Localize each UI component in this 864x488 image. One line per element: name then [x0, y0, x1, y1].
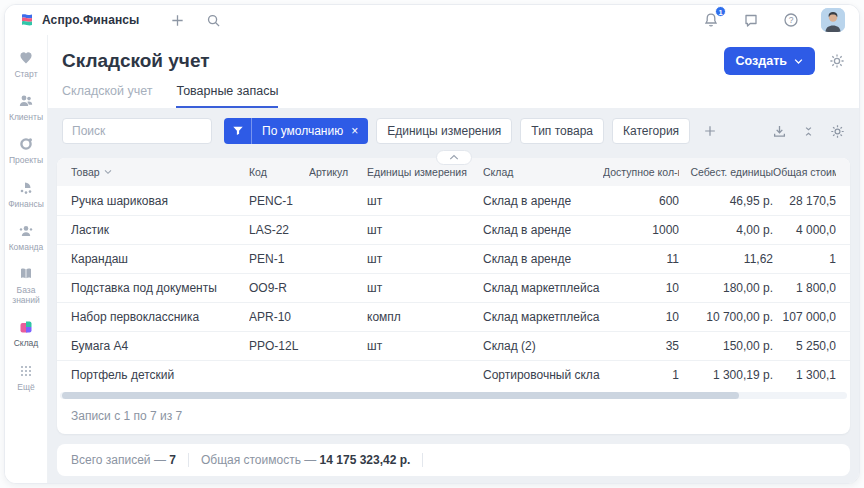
sidebar-item-more[interactable]: Ещё [5, 356, 47, 399]
finances-icon [18, 180, 34, 196]
column-header-units[interactable]: Единицы измерения [367, 166, 483, 178]
cell-unit-cost: 11,62 [679, 252, 773, 266]
chat-icon[interactable] [741, 10, 761, 30]
table-row[interactable]: Портфель детский Сортировочный скла 1 1 … [57, 360, 850, 389]
cell-code: OO9-R [249, 281, 309, 295]
cell-unit-cost: 10 700,00 р. [679, 310, 773, 324]
table-row[interactable]: Ластик LAS-22 шт Склад в аренде 1000 4,0… [57, 215, 850, 244]
sidebar-item-knowledge-base[interactable]: База знаний [5, 259, 47, 312]
filter-toolbar: По умолчанию × Единицы измерения Тип тов… [48, 108, 859, 144]
cell-code: PENC-1 [249, 194, 309, 208]
horizontal-scrollbar[interactable] [60, 392, 847, 399]
tab-bar: Складской учет Товарные запасы [62, 84, 845, 108]
projects-icon [18, 136, 34, 152]
cell-warehouse: Склад маркетплейса [483, 310, 603, 324]
more-grid-icon [18, 363, 34, 379]
summary-divider [422, 453, 423, 467]
cell-unit-cost: 150,00 р. [679, 339, 773, 353]
cell-warehouse: Склад (2) [483, 339, 603, 353]
cell-total-cost: 4 000,0 [773, 223, 836, 237]
cell-total-cost: 1 800,0 [773, 281, 836, 295]
total-records-value: 7 [169, 453, 176, 467]
table-row[interactable]: Ручка шариковая PENC-1 шт Склад в аренде… [57, 186, 850, 215]
quick-add-button[interactable] [167, 10, 187, 30]
page-settings-gear-icon[interactable] [829, 53, 845, 69]
column-header-product[interactable]: Товар [71, 166, 249, 178]
content-area: Складской учет Создать Складской учет [48, 35, 859, 483]
cell-product: Набор первоклассника [71, 310, 249, 324]
total-cost: Общая стоимость — 14 175 323,42 р. [201, 453, 410, 467]
records-info: Записи с 1 по 7 из 7 [57, 399, 850, 434]
tab-product-stocks[interactable]: Товарные запасы [176, 84, 278, 108]
table-body: Ручка шариковая PENC-1 шт Склад в аренде… [57, 186, 850, 389]
cell-total-cost: 1 [773, 252, 836, 266]
filter-button-product-type[interactable]: Тип товара [520, 118, 604, 144]
column-header-total-cost[interactable]: Общая стоим [773, 166, 836, 178]
cell-warehouse: Склад в аренде [483, 223, 603, 237]
cell-code: LAS-22 [249, 223, 309, 237]
cell-unit-cost: 180,00 р. [679, 281, 773, 295]
sidebar-item-finances[interactable]: Финансы [5, 173, 47, 216]
collapse-filters-pill[interactable] [436, 150, 472, 165]
sidebar-item-clients[interactable]: Клиенты [5, 86, 47, 129]
cell-unit: шт [367, 252, 483, 266]
search-input[interactable] [62, 118, 212, 144]
help-icon[interactable]: ? [781, 10, 801, 30]
cell-unit: шт [367, 281, 483, 295]
user-avatar[interactable] [821, 8, 845, 32]
column-header-code[interactable]: Код [249, 166, 309, 178]
table-row[interactable]: Бумага А4 PPO-12L шт Склад (2) 35 150,00… [57, 331, 850, 360]
cell-total-cost: 5 250,0 [773, 339, 836, 353]
summary-divider [188, 453, 189, 467]
sidebar-item-team[interactable]: Команда [5, 216, 47, 259]
cell-total-cost: 107 000,0 [773, 310, 836, 324]
table-row[interactable]: Подставка под документы OO9-R шт Склад м… [57, 273, 850, 302]
chevron-down-icon [794, 58, 803, 65]
filter-button-units[interactable]: Единицы измерения [376, 118, 512, 144]
cell-unit-cost: 46,95 р. [679, 194, 773, 208]
chevron-up-icon [449, 154, 459, 161]
collapse-rows-icon[interactable] [802, 125, 815, 138]
remove-filter-icon[interactable]: × [351, 125, 358, 137]
column-header-article[interactable]: Артикул [309, 166, 367, 178]
cell-unit-cost: 1 300,19 р. [679, 368, 773, 382]
cell-product: Ручка шариковая [71, 194, 249, 208]
tab-warehouse-accounting[interactable]: Складской учет [62, 84, 152, 108]
cell-product: Подставка под документы [71, 281, 249, 295]
team-icon [18, 223, 34, 239]
add-filter-icon[interactable] [698, 119, 722, 143]
filter-button-category[interactable]: Категория [612, 118, 690, 144]
sort-chevron-icon [104, 169, 112, 175]
cell-code: PPO-12L [249, 339, 309, 353]
export-download-icon[interactable] [772, 124, 787, 139]
column-header-unit-cost[interactable]: Себест. единицы [679, 166, 773, 178]
cell-available-qty: 11 [603, 252, 679, 266]
active-filter-chip[interactable]: По умолчанию × [224, 118, 368, 144]
top-bar: Аспро.Финансы 1 [5, 5, 859, 35]
cell-product: Карандаш [71, 252, 249, 266]
create-button[interactable]: Создать [724, 47, 815, 75]
notifications-button[interactable]: 1 [701, 10, 721, 30]
app-logo[interactable]: Аспро.Финансы [19, 12, 139, 28]
cell-product: Ластик [71, 223, 249, 237]
column-header-available-qty[interactable]: Доступное кол-во [603, 166, 679, 178]
clients-icon [18, 93, 34, 109]
cell-code: APR-10 [249, 310, 309, 324]
cell-unit-cost: 4,00 р. [679, 223, 773, 237]
cell-available-qty: 10 [603, 281, 679, 295]
cell-code: PEN-1 [249, 252, 309, 266]
table-row[interactable]: Карандаш PEN-1 шт Склад в аренде 11 11,6… [57, 244, 850, 273]
cell-unit: шт [367, 339, 483, 353]
scrollbar-thumb[interactable] [62, 392, 739, 399]
search-icon[interactable] [203, 10, 223, 30]
sidebar: Старт Клиенты Проекты Финансы [5, 35, 48, 483]
table-settings-gear-icon[interactable] [830, 124, 845, 139]
sidebar-item-projects[interactable]: Проекты [5, 129, 47, 172]
sidebar-item-start[interactable]: Старт [5, 43, 47, 86]
table-row[interactable]: Набор первоклассника APR-10 компл Склад … [57, 302, 850, 331]
stock-table-card: Товар Код Артикул Единицы измерения Скла… [57, 158, 850, 434]
funnel-icon[interactable] [224, 118, 252, 144]
sidebar-item-warehouse[interactable]: Склад [5, 312, 47, 355]
column-header-warehouse[interactable]: Склад [483, 166, 603, 178]
cell-warehouse: Сортировочный скла [483, 368, 603, 382]
